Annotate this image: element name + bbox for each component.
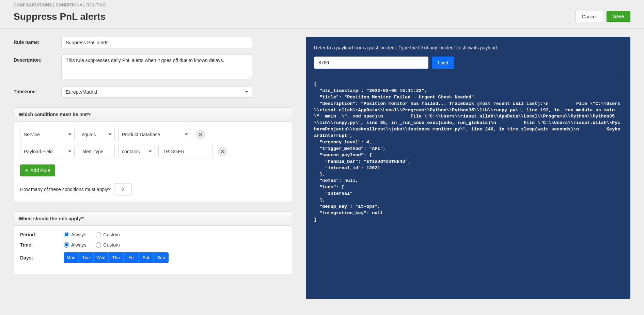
plus-icon: + <box>25 168 28 173</box>
day-button-mon[interactable]: Mon <box>64 252 79 263</box>
condition-value-select[interactable]: Product Database <box>118 128 191 141</box>
description-input[interactable] <box>61 54 252 79</box>
time-custom-label: Custom <box>103 242 120 248</box>
payload-panel: Refer to a payload from a past incident.… <box>306 37 630 299</box>
days-group: Mon Tue Wed Thu Fri Sat Sun <box>64 252 169 263</box>
condition-operator-select[interactable]: equals <box>78 128 115 141</box>
day-button-tue[interactable]: Tue <box>79 252 94 263</box>
rule-name-input[interactable] <box>61 37 252 48</box>
page-title: Suppress PnL alerts <box>14 11 106 22</box>
howmany-label: How many of these conditions must apply? <box>20 187 111 192</box>
timezone-select[interactable]: Europe/Madrid <box>61 86 252 98</box>
divider <box>314 75 622 75</box>
day-button-wed[interactable]: Wed <box>94 252 109 263</box>
conditions-panel-title: Which conditions must be met? <box>14 108 292 122</box>
when-panel: When should the rule apply? Period: Alwa… <box>14 211 292 274</box>
condition-field-select[interactable]: Payload Field <box>20 145 75 158</box>
day-button-sun[interactable]: Sun <box>154 252 169 263</box>
condition-row: Payload Field contains <box>20 145 286 158</box>
add-rule-button[interactable]: + Add Rule <box>20 164 55 176</box>
period-custom-label: Custom <box>103 232 120 237</box>
remove-condition-button[interactable] <box>196 130 205 139</box>
condition-row: Service equals Product Database <box>20 128 286 141</box>
period-label: Period: <box>20 232 64 237</box>
remove-condition-button[interactable] <box>218 147 227 156</box>
incident-id-input[interactable] <box>314 57 428 69</box>
time-custom-radio[interactable] <box>96 242 101 248</box>
payload-json: { "utc_timestamp": "2022-02-09 16:11:22"… <box>314 81 622 223</box>
period-always-radio[interactable] <box>64 232 69 237</box>
condition-field-select[interactable]: Service <box>20 128 75 141</box>
close-icon <box>221 150 224 153</box>
day-button-fri[interactable]: Fri <box>124 252 139 263</box>
time-always-radio[interactable] <box>64 242 69 248</box>
day-button-thu[interactable]: Thu <box>109 252 124 263</box>
when-panel-title: When should the rule apply? <box>14 212 292 226</box>
condition-field-custom-input[interactable] <box>78 145 115 158</box>
timezone-label: Timezone: <box>14 86 61 94</box>
payload-intro: Refer to a payload from a past incident.… <box>314 45 622 50</box>
close-icon <box>199 133 202 136</box>
time-label: Time: <box>20 242 64 248</box>
title-actions: Cancel Save <box>575 11 630 22</box>
condition-operator-select[interactable]: contains <box>118 145 155 158</box>
period-always-label: Always <box>71 232 86 237</box>
period-custom-radio[interactable] <box>96 232 101 237</box>
load-button[interactable]: Load <box>432 57 454 69</box>
add-rule-label: Add Rule <box>30 168 50 173</box>
breadcrumb: CONFIGURATIONS | CONDITIONAL ROUTING <box>14 3 630 7</box>
description-label: Description: <box>14 54 61 63</box>
days-label: Days: <box>20 255 64 261</box>
condition-value-input[interactable] <box>158 145 213 158</box>
conditions-panel: Which conditions must be met? Service eq… <box>14 107 292 202</box>
howmany-input[interactable] <box>114 183 132 195</box>
save-button[interactable]: Save <box>607 11 630 22</box>
day-button-sat[interactable]: Sat <box>139 252 154 263</box>
rule-name-label: Rule name: <box>14 37 61 45</box>
time-always-label: Always <box>71 242 86 248</box>
cancel-button[interactable]: Cancel <box>575 11 603 22</box>
